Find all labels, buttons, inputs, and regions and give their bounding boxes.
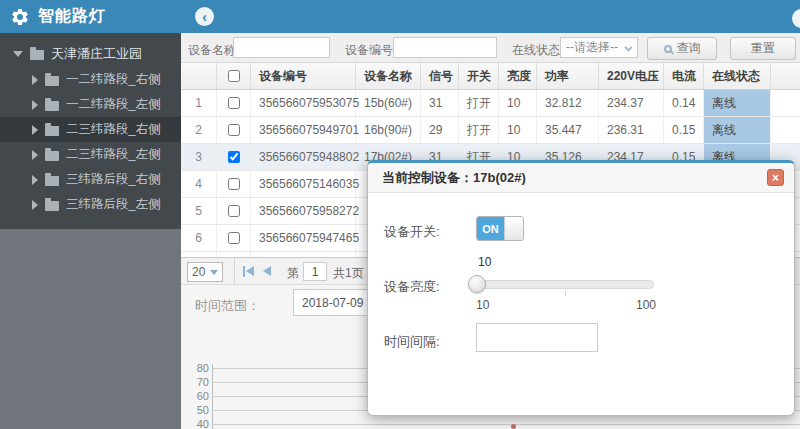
cell-switch: 打开 [459, 90, 499, 116]
brightness-slider-handle[interactable] [468, 275, 486, 293]
cell-status: 离线 [704, 90, 771, 116]
brightness-current-value: 10 [478, 255, 491, 269]
page-number-input[interactable] [303, 262, 327, 281]
page-size-value: 20 [192, 265, 205, 279]
reset-button[interactable]: 重置 [730, 37, 796, 60]
table-row[interactable]: 1 356566075953075 15b(60#) 31 打开 10 32.8… [181, 90, 800, 117]
tree-root-node[interactable]: 天津潘庄工业园 [0, 41, 181, 67]
chart-data-point [511, 424, 516, 429]
chart-tick-80: 80 [185, 362, 209, 374]
cell-power: 35.447 [537, 117, 599, 143]
header-rownum [181, 63, 217, 89]
select-all-checkbox[interactable] [228, 70, 240, 82]
row-checkbox[interactable] [228, 124, 240, 136]
gear-icon [10, 7, 30, 27]
caret-right-icon [32, 200, 38, 210]
cell-device-no: 356566075949701 [251, 117, 356, 143]
row-number: 5 [181, 198, 217, 224]
app-title: 智能路灯 [38, 6, 106, 27]
device-no-label: 设备编号: [345, 42, 396, 59]
cell-device-no: 356566075948802 [251, 144, 356, 170]
tree-item[interactable]: 一二纬路段_右侧 [0, 67, 181, 92]
nav-right-button[interactable] [792, 9, 800, 28]
header-device-no: 设备编号 [251, 63, 356, 89]
header-filler [771, 63, 800, 89]
device-no-input[interactable] [393, 37, 497, 58]
device-name-label: 设备名称: [188, 42, 239, 59]
tree-item[interactable]: 二三纬路段_右侧 [0, 117, 181, 142]
cell-switch: 打开 [459, 117, 499, 143]
folder-icon [45, 201, 59, 211]
header-signal: 信号 [421, 63, 459, 89]
tree-root-label: 天津潘庄工业园 [51, 45, 142, 63]
chart-tick-40: 40 [185, 418, 209, 429]
row-checkbox[interactable] [228, 205, 240, 217]
row-checkbox[interactable] [228, 178, 240, 190]
cell-voltage: 234.37 [599, 90, 664, 116]
device-name-input[interactable] [233, 37, 330, 58]
tree-item-label: 二三纬路段_左侧 [66, 146, 160, 163]
tree-item[interactable]: 三纬路后段_右侧 [0, 167, 181, 192]
toggle-knob [504, 217, 523, 240]
chevron-down-icon [625, 44, 633, 52]
cell-power: 32.812 [537, 90, 599, 116]
online-status-select[interactable]: --请选择-- [560, 37, 638, 58]
header-brightness: 亮度 [499, 63, 537, 89]
device-control-modal: 当前控制设备：17b(02#) × 设备开关: ON 10 设备亮度: 10 1… [367, 160, 795, 416]
tree-item-label: 三纬路后段_左侧 [66, 196, 160, 213]
header-power: 功率 [537, 63, 599, 89]
brightness-max-label: 100 [636, 298, 656, 312]
tree-item[interactable]: 三纬路后段_左侧 [0, 192, 181, 217]
search-icon [664, 45, 672, 53]
time-interval-input[interactable] [476, 323, 598, 352]
tree-item-label: 三纬路后段_右侧 [66, 171, 160, 188]
cell-device-no: 356566075953075 [251, 90, 356, 116]
cell-status: 离线 [704, 117, 771, 143]
row-checkbox[interactable] [228, 151, 240, 163]
cell-device-name: 15b(60#) [356, 90, 421, 116]
query-button[interactable]: 查询 [647, 37, 717, 60]
row-number: 2 [181, 117, 217, 143]
cell-current: 0.15 [664, 117, 704, 143]
close-icon[interactable]: × [767, 169, 784, 186]
brightness-slider-track[interactable] [476, 280, 654, 289]
query-button-label: 查询 [677, 40, 701, 57]
device-switch-label: 设备开关: [384, 223, 440, 241]
tree-item[interactable]: 二三纬路段_左侧 [0, 142, 181, 167]
tree-item-label: 二三纬路段_右侧 [66, 121, 160, 138]
modal-title: 当前控制设备：17b(02#) [382, 169, 526, 187]
slider-mid-tick [565, 291, 566, 296]
app-header: 智能路灯 [0, 0, 181, 33]
caret-right-icon [32, 150, 38, 160]
page-size-select[interactable]: 20 [187, 262, 223, 282]
sidebar: 智能路灯 天津潘庄工业园 一二纬路段_右侧 一二纬路段_左侧 [0, 0, 181, 429]
tree-item[interactable]: 一二纬路段_左侧 [0, 92, 181, 117]
time-interval-label: 时间间隔: [384, 333, 440, 351]
top-bar: ‹ [181, 0, 800, 33]
cell-device-no: 356566075958272 [251, 198, 356, 224]
folder-open-icon [30, 50, 44, 60]
online-status-label: 在线状态: [512, 42, 563, 59]
device-switch-toggle[interactable]: ON [476, 216, 524, 241]
dropdown-arrow-icon [210, 270, 218, 275]
row-checkbox[interactable] [228, 97, 240, 109]
first-page-button[interactable] [243, 266, 255, 277]
toggle-on-label: ON [477, 217, 504, 240]
row-checkbox-cell [217, 198, 251, 224]
cell-brightness: 10 [499, 90, 537, 116]
caret-right-icon [32, 75, 38, 85]
cell-signal: 31 [421, 90, 459, 116]
prev-page-button[interactable] [263, 266, 273, 277]
table-row[interactable]: 2 356566075949701 16b(90#) 29 打开 10 35.4… [181, 117, 800, 144]
row-checkbox-cell [217, 171, 251, 197]
collapse-sidebar-button[interactable]: ‹ [195, 7, 214, 26]
row-number: 1 [181, 90, 217, 116]
online-status-value: --请选择-- [566, 39, 618, 56]
tree-item-label: 一二纬路段_左侧 [66, 96, 160, 113]
row-checkbox-cell [217, 225, 251, 251]
row-checkbox-cell [217, 144, 251, 170]
row-number: 6 [181, 225, 217, 251]
brightness-min-label: 10 [476, 298, 489, 312]
row-checkbox[interactable] [228, 232, 240, 244]
caret-right-icon [32, 125, 38, 135]
